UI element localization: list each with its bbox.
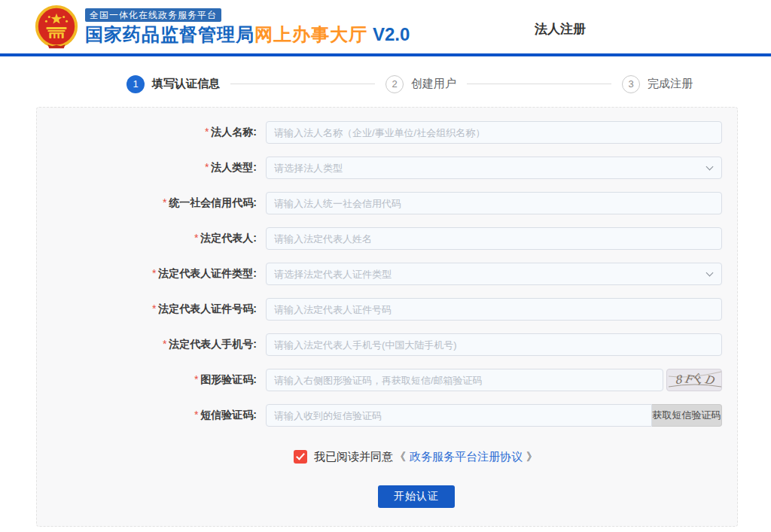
step-3-indicator: 3 — [622, 75, 640, 93]
step-1-indicator: 1 — [126, 75, 145, 93]
agreement-row: 我已阅读并同意 《 政务服务平台注册协议 》 — [96, 449, 737, 464]
field-control-legal-person-name — [266, 121, 722, 144]
field-control-legal-representative-id-number — [266, 298, 722, 321]
form-row-sms-code: *短信验证码:获取短信验证码 — [37, 404, 737, 427]
field-label-legal-representative-id-number: *法定代表人证件号码: — [37, 302, 257, 316]
agreement-link[interactable]: 政务服务平台注册协议 — [410, 450, 523, 464]
required-marker: * — [152, 267, 156, 279]
agreement-open-quote: 《 — [395, 450, 406, 464]
required-marker: * — [163, 338, 166, 350]
form-row-legal-representative-id-number: *法定代表人证件号码: — [37, 298, 737, 321]
site-title-main: 国家药品监督管理局 — [85, 24, 254, 44]
legal-person-type-input[interactable] — [266, 157, 722, 179]
required-marker: * — [194, 409, 198, 421]
field-label-legal-person-type: *法人类型: — [37, 161, 257, 175]
field-label-text: 图形验证码: — [200, 373, 257, 385]
platform-badge: 全国一体化在线政务服务平台 — [85, 8, 221, 22]
unified-social-credit-code-input[interactable] — [266, 192, 722, 214]
field-label-legal-person-name: *法人名称: — [37, 126, 257, 139]
required-marker: * — [194, 373, 198, 385]
legal-representative-id-type-select[interactable] — [266, 263, 722, 285]
get-sms-code-button[interactable]: 获取短信验证码 — [652, 404, 722, 427]
field-label-legal-representative-mobile: *法定代表人手机号: — [37, 338, 257, 351]
image-captcha-input[interactable] — [266, 369, 663, 391]
field-label-text: 短信验证码: — [200, 409, 257, 421]
field-control-legal-person-type — [266, 157, 722, 179]
agreement-text-prefix: 我已阅读并同意 — [314, 450, 393, 464]
legal-representative-name-input[interactable] — [266, 227, 722, 250]
site-title-version: V2.0 — [373, 24, 410, 44]
step-2-indicator: 2 — [386, 75, 404, 93]
start-authentication-button[interactable]: 开始认证 — [378, 485, 455, 508]
site-title-accent: 网上办事大厅 — [254, 24, 367, 44]
sms-code-input[interactable] — [266, 404, 652, 427]
field-label-image-captcha: *图形验证码: — [37, 373, 257, 387]
legal-representative-mobile-input[interactable] — [266, 333, 722, 356]
national-emblem-logo — [33, 5, 80, 51]
required-marker: * — [194, 232, 198, 244]
required-marker: * — [152, 302, 156, 315]
app-header: 全国一体化在线政务服务平台 国家药品监督管理局网上办事大厅V2.0 法人注册 — [0, 0, 771, 53]
agreement-close-quote: 》 — [526, 450, 538, 464]
field-label-text: 法定代表人证件号码: — [158, 302, 257, 315]
field-control-legal-representative-mobile — [266, 333, 722, 356]
field-label-text: 法定代表人手机号: — [169, 338, 257, 350]
captcha-char: 8 — [674, 372, 683, 387]
registration-stepper: 1填写认证信息2创建用户3完成注册 — [126, 74, 693, 93]
form-row-legal-person-name: *法人名称: — [37, 121, 737, 144]
site-title: 国家药品监督管理局网上办事大厅V2.0 — [85, 23, 410, 47]
field-control-sms-code: 获取短信验证码 — [266, 404, 722, 427]
agreement-checkbox[interactable] — [294, 450, 307, 464]
field-label-text: 法人名称: — [211, 126, 257, 138]
header-divider — [0, 53, 771, 56]
legal-representative-id-number-input[interactable] — [266, 298, 722, 321]
field-label-text: 法定代表人: — [200, 232, 257, 244]
field-label-legal-representative-name: *法定代表人: — [37, 232, 257, 245]
required-marker: * — [205, 161, 209, 173]
form-row-unified-social-credit-code: *统一社会信用代码: — [37, 192, 737, 214]
field-label-legal-representative-id-type: *法定代表人证件类型: — [37, 267, 257, 281]
field-control-legal-representative-name — [266, 227, 722, 250]
captcha-image[interactable]: 8FFD — [666, 369, 722, 391]
form-row-image-captcha: *图形验证码:8FFD — [37, 369, 737, 391]
form-row-legal-representative-mobile: *法定代表人手机号: — [37, 333, 737, 356]
field-label-sms-code: *短信验证码: — [37, 409, 257, 422]
legal-representative-id-type-input[interactable] — [266, 263, 722, 285]
field-control-image-captcha: 8FFD — [266, 369, 722, 391]
required-marker: * — [205, 126, 209, 138]
step-2-label: 创建用户 — [411, 77, 456, 91]
field-label-text: 法定代表人证件类型: — [158, 267, 257, 279]
form-row-legal-person-type: *法人类型: — [37, 157, 737, 179]
registration-form-panel: *法人名称:*法人类型:*统一社会信用代码:*法定代表人:*法定代表人证件类型:… — [36, 107, 738, 527]
step-1-label: 填写认证信息 — [152, 77, 220, 91]
step-3-label: 完成注册 — [648, 77, 693, 91]
legal-person-type-select[interactable] — [266, 157, 722, 179]
field-label-text: 统一社会信用代码: — [169, 196, 257, 208]
field-label-text: 法人类型: — [211, 161, 257, 173]
step-connector — [467, 84, 611, 84]
form-row-legal-representative-id-type: *法定代表人证件类型: — [37, 263, 737, 285]
step-connector — [230, 84, 375, 84]
required-marker: * — [163, 196, 166, 208]
legal-person-name-input[interactable] — [266, 121, 722, 144]
form-row-legal-representative-name: *法定代表人: — [37, 227, 737, 250]
field-control-unified-social-credit-code — [266, 192, 722, 214]
field-label-unified-social-credit-code: *统一社会信用代码: — [37, 196, 257, 210]
field-control-legal-representative-id-type — [266, 263, 722, 285]
page-title: 法人注册 — [535, 20, 586, 38]
